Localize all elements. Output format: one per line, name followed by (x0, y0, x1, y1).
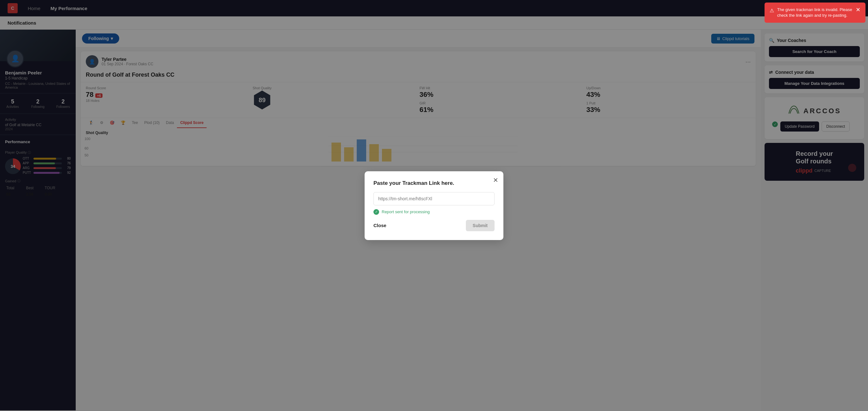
trackman-modal: ✕ Paste your Trackman Link here. ✓ Repor… (365, 171, 503, 240)
error-toast: ⚠ The given trackman link is invalid. Pl… (765, 2, 866, 23)
success-text: Report sent for processing (382, 210, 430, 214)
modal-overlay: ✕ Paste your Trackman Link here. ✓ Repor… (0, 0, 868, 411)
error-toast-close[interactable]: ✕ (856, 7, 861, 12)
modal-title: Paste your Trackman Link here. (373, 180, 495, 186)
modal-close-button[interactable]: Close (373, 223, 386, 228)
success-message: ✓ Report sent for processing (373, 209, 495, 215)
success-icon: ✓ (373, 209, 379, 215)
trackman-link-input[interactable] (373, 192, 495, 205)
warning-icon: ⚠ (770, 7, 774, 14)
modal-footer: Close Submit (373, 220, 495, 231)
modal-close-x[interactable]: ✕ (493, 176, 498, 184)
error-toast-message: The given trackman link is invalid. Plea… (777, 7, 852, 18)
modal-submit-button[interactable]: Submit (466, 220, 495, 231)
